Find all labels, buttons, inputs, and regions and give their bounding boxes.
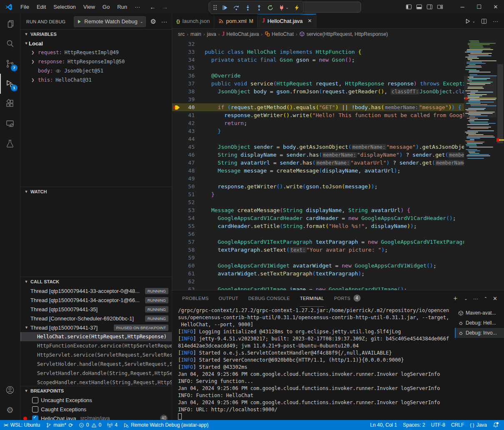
code-line[interactable]: 38 JsonObject body = gson.fromJson(reque… <box>172 88 464 95</box>
panel-tab-ports[interactable]: PORTS4 <box>334 290 360 307</box>
step-into-button[interactable] <box>245 5 251 11</box>
stack-frame-row[interactable]: HttpServlet.service(ServletRequest,Servl… <box>20 350 172 360</box>
nav-back-icon[interactable]: ← <box>150 3 156 10</box>
disconnect-dropdown-icon[interactable]: ⌄ <box>286 5 289 10</box>
accounts-icon[interactable] <box>0 380 20 400</box>
code-line[interactable]: 52 <box>172 198 464 206</box>
line-number[interactable]: 50 <box>181 183 195 190</box>
eol-sequence[interactable]: CRLF <box>448 420 467 430</box>
step-out-button[interactable] <box>256 5 262 11</box>
line-number[interactable]: 43 <box>181 128 195 134</box>
variable-row[interactable]: body:JsonObject@51 <box>20 66 172 75</box>
stack-frame-row[interactable]: HttpFunctionExecutor.service(HttpServlet… <box>20 341 172 350</box>
line-number[interactable]: 63 <box>181 286 195 290</box>
line-number[interactable]: 38 <box>181 88 195 95</box>
menu-item-view[interactable]: View <box>80 2 99 12</box>
code-line[interactable]: 59 <box>172 254 464 262</box>
tab-pom-xml[interactable]: pom.xmlM <box>214 14 258 28</box>
drag-handle-icon[interactable] <box>213 5 217 10</box>
nav-forward-icon[interactable]: → <box>162 3 168 10</box>
code-line[interactable]: 33public class HelloChat implements Http… <box>172 48 464 56</box>
watch-header[interactable]: ▼ WATCH <box>20 187 172 196</box>
close-window-button[interactable]: ✕ <box>487 0 504 14</box>
code-line[interactable]: 42 return; <box>172 119 464 127</box>
call-stack-header[interactable]: ▼ CALL STACK <box>20 277 172 286</box>
new-terminal-button[interactable]: ＋ <box>452 294 459 303</box>
maximize-panel-icon[interactable]: ⌃ <box>484 296 487 301</box>
code-line[interactable]: 51 } <box>172 190 464 198</box>
panel-tab-problems[interactable]: PROBLEMS <box>182 290 209 307</box>
code-line[interactable]: 50 response.getWriter().write(gson.toJso… <box>172 182 464 190</box>
stack-frame-row[interactable]: ServletHolder.handle(Request,ServletRequ… <box>20 360 172 369</box>
code-line[interactable]: 37 public void service(HttpRequest reque… <box>172 80 464 88</box>
code-line[interactable]: 47 String avatarUrl = sender.has(memberN… <box>172 159 464 167</box>
sidebar-more-actions-icon[interactable]: ··· <box>160 17 168 26</box>
breakpoint-row[interactable]: Uncaught Exceptions <box>20 395 172 405</box>
maximize-button[interactable]: ☐ <box>471 0 487 14</box>
code-line[interactable]: 62 <box>172 278 464 285</box>
line-number[interactable]: 33 <box>181 49 195 55</box>
breakpoint-row[interactable]: HelloChat.javasrc/main/java40 <box>20 414 172 420</box>
toggle-sidebar-icon[interactable] <box>406 4 412 10</box>
debug-config-dropdown[interactable]: Remote Watch Debug ⌄ <box>74 16 146 27</box>
line-number[interactable]: 34 <box>181 57 195 63</box>
line-number[interactable]: 40 <box>181 104 195 110</box>
run-and-debug-icon[interactable]: 1 <box>0 74 20 94</box>
menu-item-go[interactable]: Go <box>99 2 113 12</box>
breadcrumb-item[interactable]: main <box>191 31 201 37</box>
terminal-list-item[interactable]: Debug: Invo... <box>455 328 504 338</box>
line-number[interactable]: 56 <box>181 231 195 237</box>
panel-tab-output[interactable]: OUTPUT <box>219 290 238 307</box>
code-line[interactable]: 60 GoogleAppsCardV1Widget avatarWidget =… <box>172 262 464 270</box>
line-number[interactable]: 59 <box>181 255 195 261</box>
editor-more-actions-icon[interactable]: ··· <box>493 18 498 24</box>
variable-row[interactable]: ❯this:HelloChat@31 <box>20 75 172 85</box>
line-number[interactable]: 35 <box>181 65 195 71</box>
paused-breakpoint-icon[interactable] <box>172 105 181 110</box>
expand-chevron-icon[interactable]: ❯ <box>31 78 38 82</box>
close-panel-icon[interactable]: ✕ <box>493 295 497 302</box>
code-line[interactable]: 41 response.getWriter().write("Hello! Th… <box>172 111 464 119</box>
line-number[interactable]: 48 <box>181 168 195 174</box>
start-debug-icon[interactable] <box>77 19 82 24</box>
breadcrumb-item[interactable]: HelloChat <box>265 31 294 37</box>
breakpoint-row[interactable]: Caught Exceptions <box>20 405 172 414</box>
code-line[interactable]: 49 <box>172 175 464 182</box>
scrollbar-thumb[interactable] <box>497 64 503 143</box>
line-number[interactable]: 51 <box>181 191 195 198</box>
terminal-output[interactable]: /grpc/grpc-context/1.27.2/grpc-context-1… <box>172 306 455 420</box>
line-number[interactable]: 36 <box>181 72 195 79</box>
line-number[interactable]: 61 <box>181 270 195 277</box>
testing-icon[interactable] <box>0 134 20 154</box>
menu-item-run[interactable]: Run <box>113 2 131 12</box>
encoding[interactable]: UTF-8 <box>428 420 448 430</box>
toggle-secondary-sidebar-icon[interactable] <box>426 4 433 10</box>
code-line[interactable]: 58 textParagraph.setText(text:"Your avat… <box>172 246 464 254</box>
panel-tab-terminal[interactable]: TERMINAL <box>300 290 324 307</box>
expand-chevron-icon[interactable]: ❯ <box>31 50 38 55</box>
remote-explorer-icon[interactable] <box>0 114 20 134</box>
code-line[interactable]: 46 String displayName = sender.has(membe… <box>172 151 464 159</box>
stack-frame-row[interactable]: HelloChat.service(HttpRequest,HttpRespon… <box>20 332 172 341</box>
expand-chevron-icon[interactable]: ❯ <box>31 60 38 64</box>
stack-frame-row[interactable]: ServletHandler.doHandle(String,Request,H… <box>20 369 172 378</box>
variable-row[interactable]: ❯request:HttpRequestImpl@49 <box>20 48 172 57</box>
restart-button[interactable] <box>267 5 273 11</box>
line-number[interactable]: 57 <box>181 239 195 245</box>
code-line[interactable]: 61 avatarWidget.setTextParagraph(textPar… <box>172 270 464 278</box>
line-number[interactable]: 54 <box>181 215 195 221</box>
line-number[interactable]: 41 <box>181 112 195 118</box>
editor-scrollbar[interactable] <box>496 39 504 290</box>
terminal-list-item[interactable]: Maven-avat... <box>455 308 504 318</box>
notifications-bell[interactable] <box>490 420 501 430</box>
line-number[interactable]: 58 <box>181 247 195 253</box>
run-java-button[interactable]: ⌄ <box>465 18 475 24</box>
code-editor[interactable]: 3233public class HelloChat implements Ht… <box>172 39 504 290</box>
thread-row[interactable]: Thread [qtp1500079441-35]RUNNING <box>20 305 172 314</box>
expand-chevron-icon[interactable]: ▼ <box>25 325 30 330</box>
panel-more-actions-icon[interactable]: ··· <box>473 295 479 302</box>
code-line[interactable]: 32 <box>172 40 464 48</box>
variable-row[interactable]: ❯response:HttpResponseImpl@50 <box>20 57 172 66</box>
cursor-position[interactable]: Ln 40, Col 1 <box>367 420 400 430</box>
minimize-button[interactable]: ─ <box>454 0 471 14</box>
